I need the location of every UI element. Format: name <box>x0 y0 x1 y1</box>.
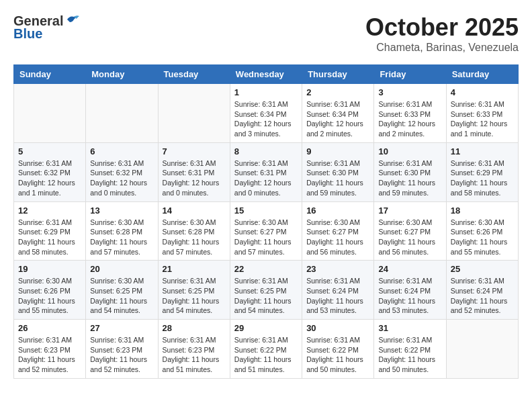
day-number: 26 <box>18 323 81 333</box>
calendar-cell: 19Sunrise: 6:30 AM Sunset: 6:26 PM Dayli… <box>14 261 86 320</box>
logo-bird-icon <box>64 14 79 26</box>
calendar-cell: 14Sunrise: 6:30 AM Sunset: 6:28 PM Dayli… <box>158 201 230 261</box>
day-info: Sunrise: 6:30 AM Sunset: 6:27 PM Dayligh… <box>306 218 369 257</box>
day-number: 28 <box>163 323 226 333</box>
calendar-cell: 21Sunrise: 6:31 AM Sunset: 6:25 PM Dayli… <box>158 261 230 320</box>
calendar-cell: 27Sunrise: 6:31 AM Sunset: 6:23 PM Dayli… <box>86 320 158 379</box>
day-info: Sunrise: 6:30 AM Sunset: 6:28 PM Dayligh… <box>163 218 226 257</box>
weekday-header-wednesday: Wednesday <box>230 65 302 84</box>
day-info: Sunrise: 6:30 AM Sunset: 6:28 PM Dayligh… <box>90 218 153 257</box>
day-info: Sunrise: 6:30 AM Sunset: 6:27 PM Dayligh… <box>234 218 298 257</box>
calendar-week-row: 1Sunrise: 6:31 AM Sunset: 6:34 PM Daylig… <box>14 84 519 143</box>
day-number: 2 <box>306 87 369 97</box>
day-number: 19 <box>18 264 81 274</box>
day-info: Sunrise: 6:31 AM Sunset: 6:23 PM Dayligh… <box>18 335 81 375</box>
day-number: 10 <box>378 146 441 156</box>
day-info: Sunrise: 6:31 AM Sunset: 6:34 PM Dayligh… <box>234 99 298 139</box>
calendar-cell <box>86 84 158 143</box>
day-number: 20 <box>90 264 153 274</box>
calendar-cell: 2Sunrise: 6:31 AM Sunset: 6:34 PM Daylig… <box>302 84 374 143</box>
page-header: General Blue October 2025 Chameta, Barin… <box>13 13 519 54</box>
day-info: Sunrise: 6:30 AM Sunset: 6:26 PM Dayligh… <box>18 276 81 316</box>
day-number: 17 <box>378 205 441 216</box>
day-info: Sunrise: 6:31 AM Sunset: 6:29 PM Dayligh… <box>18 218 81 257</box>
day-info: Sunrise: 6:31 AM Sunset: 6:30 PM Dayligh… <box>378 158 441 198</box>
day-number: 9 <box>306 146 369 156</box>
day-number: 16 <box>306 205 369 216</box>
day-info: Sunrise: 6:31 AM Sunset: 6:30 PM Dayligh… <box>306 158 369 198</box>
calendar-week-row: 12Sunrise: 6:31 AM Sunset: 6:29 PM Dayli… <box>14 201 519 261</box>
calendar-week-row: 5Sunrise: 6:31 AM Sunset: 6:32 PM Daylig… <box>14 142 519 201</box>
calendar-cell <box>158 84 230 143</box>
day-info: Sunrise: 6:31 AM Sunset: 6:23 PM Dayligh… <box>90 335 153 375</box>
day-number: 12 <box>18 205 81 216</box>
day-info: Sunrise: 6:31 AM Sunset: 6:22 PM Dayligh… <box>234 335 298 375</box>
day-number: 7 <box>163 146 226 156</box>
day-info: Sunrise: 6:31 AM Sunset: 6:32 PM Dayligh… <box>18 158 81 198</box>
day-info: Sunrise: 6:31 AM Sunset: 6:22 PM Dayligh… <box>378 335 441 375</box>
weekday-header-monday: Monday <box>86 65 158 84</box>
day-number: 31 <box>378 323 441 333</box>
calendar-cell <box>446 320 518 379</box>
day-number: 14 <box>163 205 226 216</box>
day-number: 23 <box>306 264 369 274</box>
day-info: Sunrise: 6:30 AM Sunset: 6:26 PM Dayligh… <box>451 218 514 257</box>
location-title: Chameta, Barinas, Venezuela <box>365 42 519 54</box>
calendar-cell: 31Sunrise: 6:31 AM Sunset: 6:22 PM Dayli… <box>374 320 446 379</box>
calendar-cell: 15Sunrise: 6:30 AM Sunset: 6:27 PM Dayli… <box>230 201 302 261</box>
calendar-cell: 29Sunrise: 6:31 AM Sunset: 6:22 PM Dayli… <box>230 320 302 379</box>
day-info: Sunrise: 6:31 AM Sunset: 6:24 PM Dayligh… <box>451 276 514 316</box>
calendar-cell: 6Sunrise: 6:31 AM Sunset: 6:32 PM Daylig… <box>86 142 158 201</box>
calendar-cell: 23Sunrise: 6:31 AM Sunset: 6:24 PM Dayli… <box>302 261 374 320</box>
calendar-cell: 16Sunrise: 6:30 AM Sunset: 6:27 PM Dayli… <box>302 201 374 261</box>
day-info: Sunrise: 6:30 AM Sunset: 6:25 PM Dayligh… <box>90 276 153 316</box>
day-info: Sunrise: 6:30 AM Sunset: 6:27 PM Dayligh… <box>378 218 441 257</box>
weekday-header-sunday: Sunday <box>14 65 86 84</box>
day-number: 30 <box>306 323 369 333</box>
calendar-cell: 24Sunrise: 6:31 AM Sunset: 6:24 PM Dayli… <box>374 261 446 320</box>
day-info: Sunrise: 6:31 AM Sunset: 6:22 PM Dayligh… <box>306 335 369 375</box>
day-number: 24 <box>378 264 441 274</box>
day-info: Sunrise: 6:31 AM Sunset: 6:31 PM Dayligh… <box>234 158 298 198</box>
day-number: 3 <box>378 87 441 97</box>
day-info: Sunrise: 6:31 AM Sunset: 6:25 PM Dayligh… <box>163 276 226 316</box>
calendar-cell: 8Sunrise: 6:31 AM Sunset: 6:31 PM Daylig… <box>230 142 302 201</box>
calendar-cell <box>14 84 86 143</box>
day-info: Sunrise: 6:31 AM Sunset: 6:29 PM Dayligh… <box>451 158 514 198</box>
calendar-cell: 17Sunrise: 6:30 AM Sunset: 6:27 PM Dayli… <box>374 201 446 261</box>
weekday-header-thursday: Thursday <box>302 65 374 84</box>
calendar-cell: 28Sunrise: 6:31 AM Sunset: 6:23 PM Dayli… <box>158 320 230 379</box>
day-number: 27 <box>90 323 153 333</box>
calendar-cell: 22Sunrise: 6:31 AM Sunset: 6:25 PM Dayli… <box>230 261 302 320</box>
calendar-cell: 13Sunrise: 6:30 AM Sunset: 6:28 PM Dayli… <box>86 201 158 261</box>
calendar-cell: 12Sunrise: 6:31 AM Sunset: 6:29 PM Dayli… <box>14 201 86 261</box>
calendar-week-row: 26Sunrise: 6:31 AM Sunset: 6:23 PM Dayli… <box>14 320 519 379</box>
calendar-table: SundayMondayTuesdayWednesdayThursdayFrid… <box>13 64 519 379</box>
weekday-header-tuesday: Tuesday <box>158 65 230 84</box>
day-number: 29 <box>234 323 298 333</box>
logo-blue-text: Blue <box>13 26 42 42</box>
weekday-header-saturday: Saturday <box>446 65 518 84</box>
day-number: 13 <box>90 205 153 216</box>
day-info: Sunrise: 6:31 AM Sunset: 6:32 PM Dayligh… <box>90 158 153 198</box>
calendar-cell: 5Sunrise: 6:31 AM Sunset: 6:32 PM Daylig… <box>14 142 86 201</box>
day-info: Sunrise: 6:31 AM Sunset: 6:23 PM Dayligh… <box>163 335 226 375</box>
day-number: 11 <box>451 146 514 156</box>
day-info: Sunrise: 6:31 AM Sunset: 6:33 PM Dayligh… <box>378 99 441 139</box>
calendar-cell: 20Sunrise: 6:30 AM Sunset: 6:25 PM Dayli… <box>86 261 158 320</box>
day-number: 15 <box>234 205 298 216</box>
calendar-cell: 18Sunrise: 6:30 AM Sunset: 6:26 PM Dayli… <box>446 201 518 261</box>
calendar-cell: 30Sunrise: 6:31 AM Sunset: 6:22 PM Dayli… <box>302 320 374 379</box>
weekday-header-friday: Friday <box>374 65 446 84</box>
day-number: 6 <box>90 146 153 156</box>
day-number: 22 <box>234 264 298 274</box>
day-number: 8 <box>234 146 298 156</box>
calendar-week-row: 19Sunrise: 6:30 AM Sunset: 6:26 PM Dayli… <box>14 261 519 320</box>
day-info: Sunrise: 6:31 AM Sunset: 6:25 PM Dayligh… <box>234 276 298 316</box>
calendar-cell: 1Sunrise: 6:31 AM Sunset: 6:34 PM Daylig… <box>230 84 302 143</box>
day-number: 25 <box>451 264 514 274</box>
calendar-cell: 26Sunrise: 6:31 AM Sunset: 6:23 PM Dayli… <box>14 320 86 379</box>
day-number: 4 <box>451 87 514 97</box>
day-info: Sunrise: 6:31 AM Sunset: 6:33 PM Dayligh… <box>451 99 514 139</box>
day-number: 1 <box>234 87 298 97</box>
